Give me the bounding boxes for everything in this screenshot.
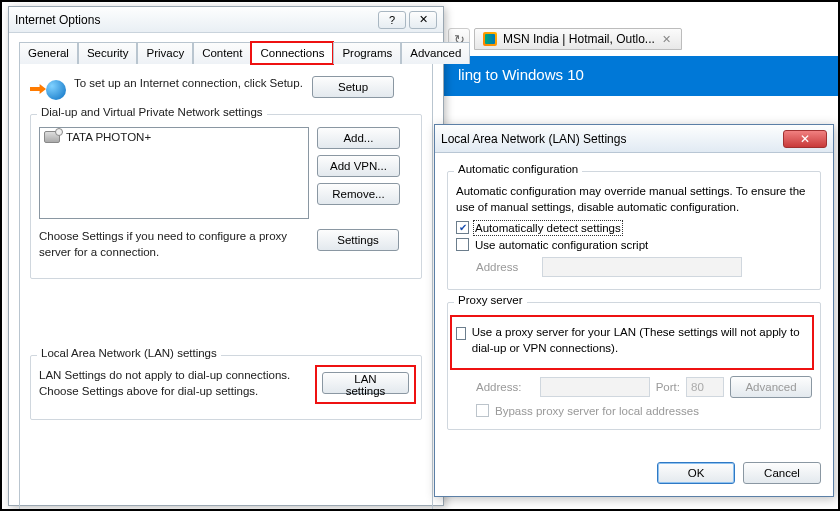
tab-general[interactable]: General [19, 42, 78, 64]
use-script-checkbox[interactable] [456, 238, 469, 251]
auto-detect-label: Automatically detect settings [475, 222, 621, 234]
auto-config-group: Automatic configuration Automatic config… [447, 171, 821, 290]
lan-settings-legend: Local Area Network (LAN) settings [37, 347, 221, 359]
ok-button[interactable]: OK [657, 462, 735, 484]
remove-button[interactable]: Remove... [317, 183, 400, 205]
upgrade-banner: ling to Windows 10 [442, 56, 838, 96]
browser-tab[interactable]: MSN India | Hotmail, Outlo... ✕ [474, 28, 682, 50]
lan-close-button[interactable]: ✕ [783, 130, 827, 148]
dialup-vpn-legend: Dial-up and Virtual Private Network sett… [37, 106, 267, 118]
setup-description: To set up an Internet connection, click … [74, 76, 304, 92]
msn-icon [483, 32, 497, 46]
dialog-title: Internet Options [15, 13, 100, 27]
tab-programs[interactable]: Programs [333, 42, 401, 64]
script-address-input [542, 257, 742, 277]
lan-dialog-titlebar: Local Area Network (LAN) Settings ✕ [435, 125, 833, 153]
script-address-label: Address [476, 261, 536, 273]
connections-listbox[interactable]: TATA PHOTON+ [39, 127, 309, 219]
globe-setup-icon [30, 76, 66, 104]
bypass-local-label: Bypass proxy server for local addresses [495, 405, 699, 417]
lan-dialog-footer: OK Cancel [435, 452, 833, 496]
help-button[interactable]: ? [378, 11, 406, 29]
banner-text: ling to Windows 10 [458, 66, 584, 83]
connection-item[interactable]: TATA PHOTON+ [42, 130, 306, 144]
use-script-label: Use automatic configuration script [475, 239, 648, 251]
tab-content[interactable]: Content [193, 42, 251, 64]
add-vpn-button[interactable]: Add VPN... [317, 155, 400, 177]
tab-close-icon[interactable]: ✕ [661, 33, 673, 45]
lan-settings-description: LAN Settings do not apply to dial-up con… [39, 368, 310, 399]
modem-icon [44, 131, 60, 143]
cancel-button[interactable]: Cancel [743, 462, 821, 484]
dialog-titlebar: Internet Options ? ✕ [9, 7, 443, 33]
lan-settings-group: Local Area Network (LAN) settings LAN Se… [30, 355, 422, 420]
tab-connections[interactable]: Connections [251, 42, 333, 64]
proxy-server-legend: Proxy server [454, 294, 527, 306]
tab-advanced[interactable]: Advanced [401, 42, 470, 64]
connection-item-label: TATA PHOTON+ [66, 131, 151, 143]
proxy-server-group: Proxy server Use a proxy server for your… [447, 302, 821, 430]
use-proxy-label: Use a proxy server for your LAN (These s… [472, 325, 808, 356]
add-button[interactable]: Add... [317, 127, 400, 149]
proxy-address-label: Address: [476, 381, 534, 393]
tab-privacy[interactable]: Privacy [137, 42, 193, 64]
internet-options-dialog: Internet Options ? ✕ General Security Pr… [8, 6, 444, 506]
auto-config-description: Automatic configuration may override man… [456, 184, 812, 215]
settings-description: Choose Settings if you need to configure… [39, 229, 309, 260]
setup-button[interactable]: Setup [312, 76, 394, 98]
proxy-address-input [540, 377, 650, 397]
use-proxy-checkbox[interactable] [456, 327, 466, 340]
lan-settings-button[interactable]: LAN settings [322, 372, 409, 394]
tab-security[interactable]: Security [78, 42, 138, 64]
close-button[interactable]: ✕ [409, 11, 437, 29]
proxy-advanced-button: Advanced [730, 376, 812, 398]
dialup-vpn-group: Dial-up and Virtual Private Network sett… [30, 114, 422, 279]
tab-title: MSN India | Hotmail, Outlo... [503, 32, 655, 46]
proxy-port-label: Port: [656, 381, 680, 393]
auto-config-legend: Automatic configuration [454, 163, 582, 175]
proxy-port-input [686, 377, 724, 397]
lan-settings-dialog: Local Area Network (LAN) Settings ✕ Auto… [434, 124, 834, 497]
browser-toolbar: ↻ MSN India | Hotmail, Outlo... ✕ [442, 24, 838, 54]
tab-strip: General Security Privacy Content Connect… [19, 41, 433, 64]
settings-button[interactable]: Settings [317, 229, 399, 251]
bypass-local-checkbox [476, 404, 489, 417]
lan-dialog-title: Local Area Network (LAN) Settings [441, 132, 626, 146]
tab-panel-connections: To set up an Internet connection, click … [19, 64, 433, 511]
auto-detect-checkbox[interactable]: ✔ [456, 221, 469, 234]
